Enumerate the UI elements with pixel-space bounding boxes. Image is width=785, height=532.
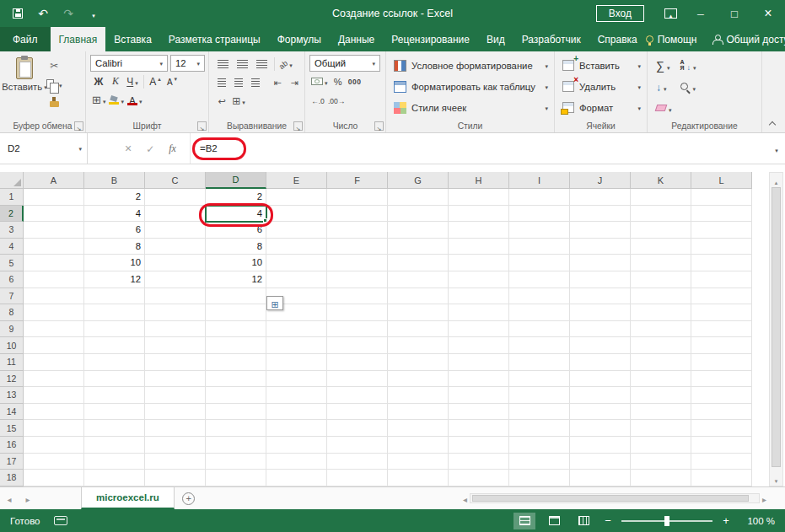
bold-button[interactable]: Ж xyxy=(90,73,107,90)
cell-C13[interactable] xyxy=(145,387,206,404)
select-all-button[interactable] xyxy=(0,172,24,189)
cell-A4[interactable] xyxy=(24,239,84,255)
cell-F17[interactable] xyxy=(327,454,388,470)
cell-K11[interactable] xyxy=(631,354,691,371)
comma-style-button[interactable]: 000 xyxy=(347,73,363,90)
new-sheet-button[interactable] xyxy=(175,487,203,509)
cell-I14[interactable] xyxy=(509,404,570,421)
column-header-I[interactable]: I xyxy=(509,172,570,189)
cell-I18[interactable] xyxy=(509,470,570,486)
cell-H16[interactable] xyxy=(449,437,509,454)
zoom-slider-thumb[interactable] xyxy=(664,516,669,526)
cell-C1[interactable] xyxy=(145,189,206,206)
cell-L1[interactable] xyxy=(691,189,752,206)
cell-K18[interactable] xyxy=(631,470,691,486)
cell-F6[interactable] xyxy=(327,271,388,288)
zoom-slider[interactable] xyxy=(621,520,712,522)
cell-I16[interactable] xyxy=(509,437,570,454)
cell-L4[interactable] xyxy=(691,239,752,255)
tab-view[interactable]: Вид xyxy=(478,27,513,51)
cell-L15[interactable] xyxy=(691,420,752,437)
cell-E9[interactable] xyxy=(266,321,327,338)
view-normal-button[interactable] xyxy=(513,513,535,529)
cell-H10[interactable] xyxy=(449,337,509,354)
row-header-17[interactable]: 17 xyxy=(0,454,24,470)
redo-button[interactable] xyxy=(62,7,74,20)
cell-I13[interactable] xyxy=(509,387,570,404)
cell-A13[interactable] xyxy=(24,387,84,404)
font-size-select[interactable]: 12 xyxy=(170,55,205,72)
cell-G8[interactable] xyxy=(388,304,449,321)
format-cells-button[interactable]: Формат xyxy=(559,97,644,118)
cell-L5[interactable] xyxy=(691,255,752,271)
cell-A9[interactable] xyxy=(24,321,84,338)
view-page-layout-button[interactable] xyxy=(543,513,565,529)
cell-E14[interactable] xyxy=(266,404,327,421)
cell-F9[interactable] xyxy=(327,321,388,338)
cell-K15[interactable] xyxy=(631,420,691,437)
cell-H8[interactable] xyxy=(449,304,509,321)
row-header-16[interactable]: 16 xyxy=(0,437,24,454)
align-middle-button[interactable] xyxy=(233,56,252,73)
cell-L14[interactable] xyxy=(691,404,752,421)
cell-B15[interactable] xyxy=(84,420,145,437)
cell-C6[interactable] xyxy=(145,271,206,288)
cancel-icon[interactable] xyxy=(125,141,132,156)
cell-L2[interactable] xyxy=(691,206,752,223)
cell-I12[interactable] xyxy=(509,371,570,388)
cell-I6[interactable] xyxy=(509,271,570,288)
cell-A15[interactable] xyxy=(24,420,84,437)
cell-C5[interactable] xyxy=(145,255,206,271)
cell-F8[interactable] xyxy=(327,304,388,321)
cell-L13[interactable] xyxy=(691,387,752,404)
formula-bar-expand-button[interactable] xyxy=(768,133,785,164)
cell-D1[interactable]: 2 xyxy=(206,189,266,206)
tab-formulas[interactable]: Формулы xyxy=(269,27,330,51)
cell-C3[interactable] xyxy=(145,222,206,239)
row-header-7[interactable]: 7 xyxy=(0,288,24,305)
decrease-font-button[interactable] xyxy=(164,73,180,90)
cell-H6[interactable] xyxy=(449,271,509,288)
decrease-decimal-button[interactable] xyxy=(326,91,347,109)
column-header-K[interactable]: K xyxy=(631,172,691,189)
cell-L6[interactable] xyxy=(691,271,752,288)
cell-D4[interactable]: 8 xyxy=(206,239,266,255)
tab-review[interactable]: Рецензирование xyxy=(383,27,478,51)
fill-color-button[interactable] xyxy=(107,91,126,109)
cell-E13[interactable] xyxy=(266,387,327,404)
cell-E15[interactable] xyxy=(266,420,327,437)
cell-E16[interactable] xyxy=(266,437,327,454)
cell-L17[interactable] xyxy=(691,454,752,470)
format-painter-button[interactable] xyxy=(45,94,64,111)
row-header-6[interactable]: 6 xyxy=(0,271,24,288)
cell-J15[interactable] xyxy=(570,420,631,437)
cell-A7[interactable] xyxy=(24,288,84,305)
undo-button[interactable] xyxy=(37,7,49,20)
cell-A3[interactable] xyxy=(24,222,84,239)
cell-A16[interactable] xyxy=(24,437,84,454)
cell-I9[interactable] xyxy=(509,321,570,338)
cell-B18[interactable] xyxy=(84,470,145,486)
cell-K10[interactable] xyxy=(631,337,691,354)
align-left-button[interactable] xyxy=(213,74,230,92)
cell-C17[interactable] xyxy=(145,454,206,470)
percent-style-button[interactable] xyxy=(330,73,347,90)
share-button[interactable]: Общий доступ xyxy=(712,34,785,46)
cell-H7[interactable] xyxy=(449,288,509,305)
tab-developer[interactable]: Разработчик xyxy=(513,27,589,51)
collapse-ribbon-button[interactable] xyxy=(766,118,778,128)
cell-H15[interactable] xyxy=(449,420,509,437)
cell-B8[interactable] xyxy=(84,304,145,321)
cell-I5[interactable] xyxy=(509,255,570,271)
cell-K6[interactable] xyxy=(631,271,691,288)
cell-E11[interactable] xyxy=(266,354,327,371)
cell-E4[interactable] xyxy=(266,239,327,255)
cell-J9[interactable] xyxy=(570,321,631,338)
cell-C10[interactable] xyxy=(145,337,206,354)
cell-G14[interactable] xyxy=(388,404,449,421)
cell-A2[interactable] xyxy=(24,206,84,223)
column-header-E[interactable]: E xyxy=(266,172,327,189)
cell-H13[interactable] xyxy=(449,387,509,404)
cell-G17[interactable] xyxy=(388,454,449,470)
view-page-break-button[interactable] xyxy=(573,513,594,529)
